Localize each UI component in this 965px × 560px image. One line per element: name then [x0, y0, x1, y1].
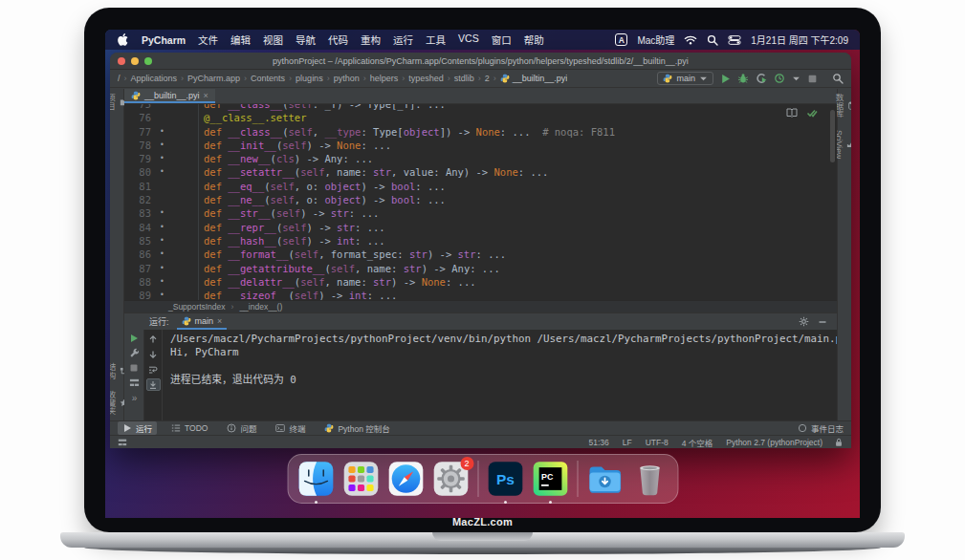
- dock-separator: [477, 461, 478, 497]
- lock-icon[interactable]: [834, 438, 844, 447]
- running-indicator: [504, 501, 507, 504]
- dock-item-trash[interactable]: [631, 461, 668, 497]
- menu-item[interactable]: 导航: [296, 32, 316, 47]
- breadcrumb-file[interactable]: __builtin__.pyi: [500, 74, 568, 83]
- edit-configuration-icon[interactable]: [129, 348, 140, 358]
- dock-item-photoshop[interactable]: Ps: [487, 461, 523, 497]
- status-item[interactable]: LF: [623, 438, 632, 447]
- menu-item[interactable]: 窗口: [492, 32, 512, 47]
- assistant-menu-item[interactable]: Mac助理: [637, 32, 674, 47]
- search-everywhere-icon[interactable]: [832, 73, 844, 84]
- menu-app-name[interactable]: PyCharm: [142, 34, 186, 46]
- inspections-ok-icon[interactable]: [806, 107, 818, 118]
- breadcrumb-item[interactable]: 2: [485, 74, 490, 83]
- status-item[interactable]: 4 个空格: [682, 437, 713, 448]
- breadcrumb-item[interactable]: /: [118, 74, 121, 83]
- hide-panel-icon[interactable]: [818, 317, 827, 327]
- breadcrumb-class[interactable]: _SupportsIndex: [168, 302, 226, 312]
- tool-window-button-terminal[interactable]: 终端: [271, 421, 310, 435]
- status-item[interactable]: UTF-8: [646, 438, 669, 447]
- profiler-button[interactable]: [774, 73, 785, 84]
- svg-text:PC: PC: [541, 472, 554, 482]
- dock-item-launchpad[interactable]: [342, 461, 379, 497]
- breadcrumb-separator: ›: [231, 302, 234, 312]
- tool-window-button-run[interactable]: 运行: [118, 421, 157, 435]
- tool-window-button-python-console[interactable]: Python 控制台: [319, 421, 394, 435]
- debug-button[interactable]: [737, 73, 749, 84]
- tool-window-button-label: TODO: [185, 423, 208, 433]
- editor-scrollbar[interactable]: [830, 110, 835, 162]
- scroll-to-end-icon[interactable]: [146, 378, 161, 391]
- code-editor[interactable]: 75def __class__(self: _T) -> Type[_T]: .…: [124, 104, 837, 300]
- chevron-down-icon: [699, 75, 708, 83]
- wifi-icon[interactable]: [684, 33, 697, 47]
- desktop-mockup: PyCharm 文件编辑视图导航代码重构运行工具VCS窗口帮助 A Mac助理 …: [0, 0, 965, 560]
- breadcrumb-method[interactable]: __index__(): [239, 302, 282, 312]
- run-tab[interactable]: main ×: [177, 313, 228, 330]
- breadcrumb-item[interactable]: Contents: [251, 74, 285, 83]
- status-item[interactable]: 51:36: [588, 438, 608, 447]
- dock-item-safari[interactable]: [387, 461, 424, 497]
- menu-item[interactable]: VCS: [458, 32, 479, 47]
- navigation-bar: /›Applications›PyCharm.app›Contents›plug…: [110, 70, 851, 88]
- database-icon: [847, 101, 851, 110]
- run-tool-window: 运行: main ×: [124, 312, 837, 420]
- code-line: 76@__class__.setter: [124, 111, 837, 124]
- soft-wrap-icon[interactable]: [146, 363, 161, 376]
- run-with-coverage-button[interactable]: [756, 73, 767, 84]
- menu-item[interactable]: 运行: [393, 32, 413, 47]
- dock-item-finder[interactable]: [297, 461, 334, 497]
- stop-button[interactable]: [807, 74, 818, 84]
- run-configuration-select[interactable]: main: [657, 72, 713, 85]
- line-number: 87: [124, 262, 155, 275]
- stop-process-button[interactable]: [129, 363, 139, 373]
- dock-item-settings[interactable]: 2: [432, 461, 469, 497]
- breadcrumb-item[interactable]: helpers: [370, 74, 399, 83]
- tool-window-button-todo[interactable]: TODO: [166, 422, 212, 434]
- run-panel-header: 运行: main ×: [124, 313, 837, 330]
- close-run-tab-icon[interactable]: ×: [217, 316, 222, 326]
- input-source-icon[interactable]: A: [615, 33, 627, 46]
- line-number: 85: [124, 234, 155, 248]
- event-log-button[interactable]: 事件日志: [798, 422, 844, 434]
- breadcrumb-item[interactable]: stdlib: [454, 74, 474, 83]
- breadcrumb-item[interactable]: typeshed: [408, 74, 444, 83]
- run-button[interactable]: [720, 74, 731, 84]
- menu-item[interactable]: 视图: [263, 32, 283, 47]
- reader-mode-icon[interactable]: [786, 107, 798, 118]
- status-item[interactable]: Python 2.7 (pythonProject): [726, 438, 822, 447]
- editor-tab[interactable]: __builtin__.pyi ×: [124, 89, 215, 103]
- close-tab-icon[interactable]: ×: [204, 91, 208, 100]
- run-panel-title: 运行:: [149, 315, 169, 328]
- code-text: def __init__(self) -> None: ...: [169, 139, 837, 152]
- dock-item-pycharm[interactable]: PC: [532, 461, 568, 497]
- breadcrumb-item[interactable]: Applications: [131, 74, 178, 83]
- breadcrumb-item[interactable]: python: [334, 74, 360, 83]
- tool-button-label: 收藏夹: [110, 391, 117, 416]
- menu-item[interactable]: 工具: [426, 32, 446, 47]
- dock-item-downloads[interactable]: [586, 461, 623, 497]
- restore-layout-icon[interactable]: [129, 377, 140, 388]
- menu-item[interactable]: 帮助: [524, 32, 544, 47]
- menu-item[interactable]: 文件: [198, 32, 218, 47]
- down-stacktrace-icon[interactable]: [146, 348, 161, 360]
- rerun-button[interactable]: [129, 334, 139, 343]
- breadcrumb-item[interactable]: plugins: [296, 74, 323, 83]
- menu-item[interactable]: 编辑: [230, 32, 251, 47]
- apple-icon[interactable]: [117, 33, 129, 46]
- control-center-icon[interactable]: [728, 33, 741, 47]
- menu-bar-clock[interactable]: 1月21日 周四 下午2:09: [751, 32, 848, 47]
- console-output[interactable]: /Users/maczl/PycharmProjects/pythonProje…: [163, 330, 837, 420]
- tool-window-toggle-icon[interactable]: [118, 438, 127, 447]
- spotlight-search-icon[interactable]: [707, 34, 718, 46]
- breadcrumb-item[interactable]: PyCharm.app: [187, 74, 240, 83]
- up-stacktrace-icon[interactable]: [146, 333, 161, 345]
- console-toolbar: [144, 330, 163, 420]
- tool-window-button-problems[interactable]: 问题: [222, 421, 261, 435]
- gear-icon[interactable]: [799, 316, 809, 327]
- more-tools-icon[interactable]: »: [132, 393, 137, 403]
- menu-item[interactable]: 重构: [361, 32, 381, 47]
- left-tool-strip: 项目 结构 收藏夹: [110, 89, 124, 420]
- profiler-dropdown-icon[interactable]: [792, 75, 801, 83]
- menu-item[interactable]: 代码: [328, 32, 348, 47]
